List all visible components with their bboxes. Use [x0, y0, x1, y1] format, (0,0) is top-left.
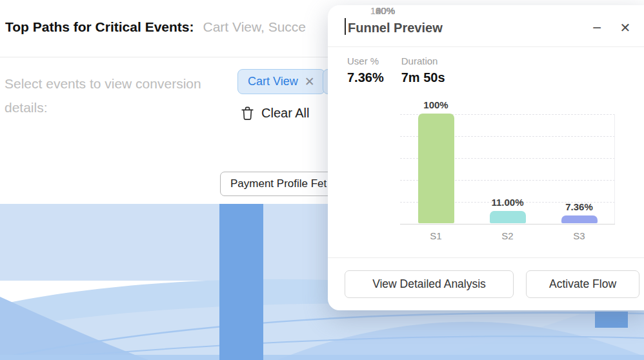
panel-divider-top	[328, 46, 644, 47]
funnel-chart: 100% 11.00% 7.36%	[400, 114, 615, 224]
funnel-bar-column-s1: 100%	[400, 99, 472, 223]
panel-title: Funnel Preview	[348, 21, 443, 35]
trash-icon	[241, 106, 254, 121]
select-events-prompt: Select events to view conversion details…	[5, 72, 232, 119]
stat-label: User %	[347, 55, 384, 66]
panel-divider-bottom	[328, 257, 644, 258]
x-category-label: S3	[543, 230, 615, 241]
minimize-icon[interactable]: −	[589, 19, 605, 36]
clear-all-label: Clear All	[261, 106, 309, 121]
funnel-bar-column-s2: 11.00%	[472, 197, 543, 223]
panel-actions: View Detailed Analysis Activate Flow	[345, 270, 639, 298]
close-icon[interactable]: ✕	[617, 19, 634, 36]
bar-value-label: 7.36%	[565, 201, 593, 212]
stat-duration: Duration 7m 50s	[401, 55, 445, 85]
x-category-label: S2	[472, 230, 543, 241]
text-caret	[345, 18, 346, 35]
payment-profile-label: Payment Profile Fet	[230, 177, 327, 190]
x-axis-line	[400, 224, 615, 225]
funnel-stats: User % 7.36% Duration 7m 50s	[347, 55, 445, 85]
clear-all-button[interactable]: Clear All	[241, 106, 309, 121]
bar-value-label: 11.00%	[491, 197, 523, 208]
event-chip-cart-view[interactable]: Cart View ✕	[237, 69, 325, 94]
stat-value: 7.36%	[347, 70, 384, 85]
view-detailed-analysis-button[interactable]: View Detailed Analysis	[345, 270, 514, 298]
chip-remove-icon[interactable]: ✕	[305, 75, 315, 88]
page-header: Top Paths for Critical Events: Cart View…	[5, 19, 306, 35]
stat-value: 7m 50s	[401, 70, 445, 85]
bar-s2[interactable]	[490, 211, 526, 223]
bar-s1[interactable]	[418, 114, 454, 223]
funnel-preview-panel: Funnel Preview − ✕ User % 7.36% Duration…	[328, 5, 644, 310]
y-tick: 0%	[359, 5, 395, 16]
chip-label: Cart View	[248, 75, 298, 88]
x-category-label: S1	[400, 230, 472, 241]
bar-value-label: 100%	[423, 99, 448, 110]
page-title: Top Paths for Critical Events:	[5, 19, 194, 35]
payment-profile-button[interactable]: Payment Profile Fet	[220, 172, 337, 196]
stat-user-percent: User % 7.36%	[347, 55, 384, 85]
funnel-bar-column-s3: 7.36%	[543, 201, 615, 224]
bar-s3[interactable]	[561, 215, 598, 224]
stat-label: Duration	[401, 55, 445, 66]
activate-flow-button[interactable]: Activate Flow	[526, 270, 639, 298]
page-subtitle: Cart View, Succe	[203, 19, 307, 35]
